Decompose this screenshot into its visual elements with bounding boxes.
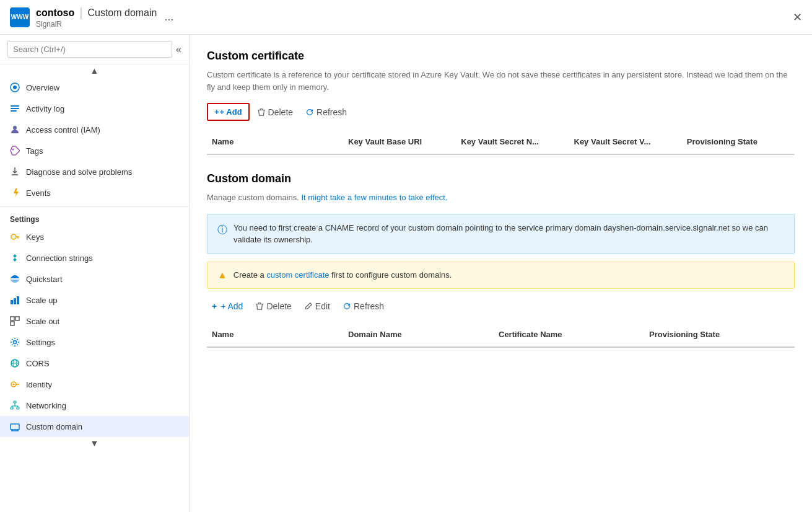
networking-icon bbox=[10, 400, 20, 410]
domain-col-domain: Domain Name bbox=[343, 327, 494, 342]
sidebar-item-label: Keys bbox=[26, 232, 44, 242]
cert-add-button[interactable]: + + Add bbox=[207, 103, 250, 121]
sidebar-item-tags[interactable]: Tags bbox=[0, 140, 189, 161]
svg-rect-23 bbox=[14, 401, 16, 403]
scroll-up-container: ▲ bbox=[0, 64, 189, 77]
sidebar-item-cors[interactable]: CORS bbox=[0, 353, 189, 374]
delete-icon bbox=[255, 302, 264, 311]
delete-icon bbox=[257, 108, 266, 117]
settings-section-label: Settings bbox=[0, 209, 189, 226]
edit-icon bbox=[304, 302, 313, 311]
sidebar-item-diagnose[interactable]: Diagnose and solve problems bbox=[0, 161, 189, 182]
sidebar-item-overview[interactable]: Overview bbox=[0, 77, 189, 98]
add-plus-icon: + bbox=[212, 301, 217, 311]
domain-delete-button[interactable]: Delete bbox=[250, 299, 296, 314]
settings-icon bbox=[10, 337, 20, 347]
sidebar-item-label: Quickstart bbox=[26, 275, 63, 284]
domain-section: Custom domain Manage custom domains. It … bbox=[207, 172, 795, 348]
sidebar-item-label: Networking bbox=[26, 401, 66, 410]
domain-col-state: Provisioning State bbox=[644, 327, 795, 342]
title-texts: contoso | Custom domain SignalR bbox=[36, 6, 157, 29]
sidebar-item-identity[interactable]: Identity bbox=[0, 374, 189, 395]
cert-delete-button[interactable]: Delete bbox=[252, 105, 298, 120]
sidebar-item-scale-out[interactable]: Scale out bbox=[0, 311, 189, 332]
svg-rect-25 bbox=[17, 407, 19, 409]
sidebar-item-quickstart[interactable]: Quickstart bbox=[0, 268, 189, 289]
connection-strings-icon bbox=[10, 253, 20, 263]
domain-edit-button[interactable]: Edit bbox=[299, 299, 335, 314]
cert-toolbar: + + Add Delete Refresh bbox=[207, 103, 795, 121]
cert-col-vault-uri: Key Vault Base URI bbox=[343, 135, 456, 149]
warning-banner: ▲ Create a custom certificate first to c… bbox=[207, 262, 795, 289]
sidebar-item-label: Identity bbox=[26, 380, 52, 389]
warning-icon: ▲ bbox=[217, 270, 227, 281]
svg-rect-10 bbox=[11, 300, 13, 304]
events-icon bbox=[10, 188, 20, 198]
scale-out-icon bbox=[10, 316, 20, 326]
sidebar-item-settings[interactable]: Settings bbox=[0, 332, 189, 353]
sidebar-item-scale-up[interactable]: Scale up bbox=[0, 289, 189, 311]
activity-log-icon bbox=[10, 104, 20, 113]
svg-rect-30 bbox=[11, 424, 19, 430]
svg-rect-14 bbox=[15, 317, 19, 320]
cert-col-secret-ver: Key Vault Secret V... bbox=[569, 135, 682, 149]
cert-section: Custom certificate Custom certificate is… bbox=[207, 50, 795, 155]
warning-banner-text: Create a custom certificate first to con… bbox=[234, 270, 452, 280]
svg-rect-24 bbox=[11, 407, 13, 409]
add-icon: + bbox=[214, 107, 219, 117]
cert-col-state: Provisioning State bbox=[682, 135, 795, 149]
sidebar-item-activity-log[interactable]: Activity log bbox=[0, 98, 189, 119]
svg-point-16 bbox=[14, 341, 17, 344]
svg-point-22 bbox=[13, 384, 15, 386]
svg-point-1 bbox=[13, 86, 17, 89]
sidebar-item-label: Access control (IAM) bbox=[26, 125, 100, 135]
domain-table-header: Name Domain Name Certificate Name Provis… bbox=[207, 322, 795, 348]
svg-rect-4 bbox=[11, 110, 17, 112]
overview-icon bbox=[10, 82, 20, 92]
sidebar-item-label: Scale up bbox=[26, 296, 58, 305]
sidebar-item-label: Tags bbox=[26, 146, 43, 156]
scroll-up-button[interactable]: ▲ bbox=[90, 66, 99, 76]
title-bar: WWW contoso | Custom domain SignalR ... … bbox=[0, 0, 812, 35]
sidebar-item-custom-domain[interactable]: Custom domain bbox=[0, 416, 189, 437]
more-options-button[interactable]: ... bbox=[164, 11, 173, 24]
cors-icon bbox=[10, 358, 20, 368]
sidebar-search-container: « bbox=[0, 35, 189, 64]
svg-rect-3 bbox=[11, 108, 19, 109]
custom-domain-icon bbox=[10, 422, 20, 431]
svg-rect-13 bbox=[11, 317, 14, 320]
main-content: Custom certificate Custom certificate is… bbox=[190, 35, 812, 512]
domain-col-name: Name bbox=[207, 327, 343, 342]
svg-rect-11 bbox=[14, 298, 16, 304]
scroll-down-button[interactable]: ▼ bbox=[90, 438, 99, 448]
svg-rect-12 bbox=[17, 296, 19, 304]
domain-desc-link[interactable]: It might take a few minutes to take effe… bbox=[301, 193, 447, 202]
collapse-sidebar-button[interactable]: « bbox=[176, 44, 181, 55]
cert-section-title: Custom certificate bbox=[207, 50, 795, 63]
sidebar: « ▲ Overview Activity log Access control… bbox=[0, 35, 190, 512]
domain-section-title: Custom domain bbox=[207, 172, 795, 185]
search-input[interactable] bbox=[7, 41, 172, 58]
cert-refresh-button[interactable]: Refresh bbox=[300, 105, 352, 120]
sidebar-item-connection-strings[interactable]: Connection strings bbox=[0, 247, 189, 268]
domain-add-button[interactable]: + + Add bbox=[207, 299, 248, 314]
sidebar-item-networking[interactable]: Networking bbox=[0, 395, 189, 416]
close-button[interactable]: ✕ bbox=[793, 11, 802, 24]
scale-up-icon bbox=[10, 295, 20, 305]
warning-cert-link[interactable]: custom certificate bbox=[266, 270, 329, 280]
domain-refresh-button[interactable]: Refresh bbox=[338, 299, 389, 314]
sidebar-item-access-control[interactable]: Access control (IAM) bbox=[0, 119, 189, 140]
sidebar-item-label: Connection strings bbox=[26, 254, 93, 263]
info-banner-text: You need to first create a CNAME record … bbox=[234, 222, 784, 246]
svg-rect-2 bbox=[11, 105, 19, 107]
page-title: Custom domain bbox=[87, 7, 157, 19]
diagnose-icon bbox=[10, 167, 20, 177]
sidebar-item-keys[interactable]: Keys bbox=[0, 226, 189, 247]
svg-rect-15 bbox=[11, 322, 14, 325]
refresh-icon bbox=[305, 108, 314, 117]
service-name: contoso bbox=[36, 7, 74, 19]
cert-table-header: Name Key Vault Base URI Key Vault Secret… bbox=[207, 130, 795, 155]
sidebar-item-label: Events bbox=[26, 188, 51, 198]
sidebar-item-events[interactable]: Events bbox=[0, 182, 189, 203]
access-control-icon bbox=[10, 125, 20, 135]
